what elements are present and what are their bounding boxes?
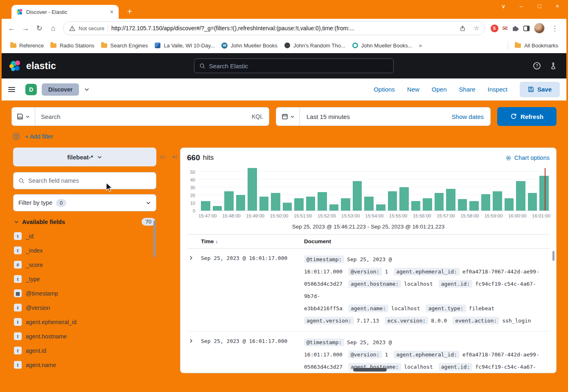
mail-extension-icon[interactable]: ✉ xyxy=(503,25,508,32)
histogram-bar[interactable] xyxy=(329,204,339,211)
bookmark-item[interactable]: John Mueller Books... xyxy=(349,40,416,50)
histogram-bar[interactable] xyxy=(364,197,374,211)
histogram-bar[interactable] xyxy=(423,198,432,211)
time-column-header[interactable]: Time ↓ xyxy=(201,238,304,244)
reload-icon[interactable]: ↻ xyxy=(33,22,46,35)
bookmark-item[interactable]: La Valle, WI 10-Day... xyxy=(151,40,218,50)
sort-descending-icon[interactable]: ↓ xyxy=(215,239,218,244)
query-input-wrap[interactable]: KQL xyxy=(35,107,269,126)
histogram-bar[interactable] xyxy=(481,194,491,211)
filter-icon[interactable] xyxy=(12,132,20,140)
histogram-bar[interactable] xyxy=(493,191,502,211)
url-text[interactable]: http://172.105.7.150/app/discover#/?_g=(… xyxy=(111,25,454,31)
histogram-bar[interactable] xyxy=(353,181,362,211)
chart-options-button[interactable]: Chart options xyxy=(505,155,550,161)
open-link[interactable]: Open xyxy=(432,86,447,93)
time-range-value[interactable]: Last 15 minutes xyxy=(300,113,350,120)
histogram-bar[interactable] xyxy=(236,195,246,211)
dev-tools-flask-icon[interactable] xyxy=(548,60,559,72)
sidebar-scrollbar[interactable] xyxy=(153,220,156,257)
histogram-bar[interactable] xyxy=(271,193,280,211)
collapse-sidebar-icon[interactable] xyxy=(171,154,178,160)
histogram-bar[interactable] xyxy=(528,193,537,211)
side-panel-icon[interactable] xyxy=(523,25,530,32)
expand-row-button[interactable] xyxy=(187,253,201,260)
histogram-bar[interactable] xyxy=(318,192,327,211)
bookmark-item[interactable]: WJohn Mueller Books xyxy=(218,40,281,50)
window-chevron-icon[interactable]: ∨ xyxy=(500,3,507,9)
histogram-bar[interactable] xyxy=(446,189,455,211)
field-item[interactable]: #_score xyxy=(13,258,156,272)
histogram-bar[interactable] xyxy=(341,198,350,211)
histogram-bar[interactable] xyxy=(516,181,525,211)
bookmarks-overflow-icon[interactable]: » xyxy=(416,42,426,49)
saved-query-menu-button[interactable] xyxy=(11,107,35,126)
options-link[interactable]: Options xyxy=(374,86,395,93)
query-input[interactable] xyxy=(41,113,248,120)
back-icon[interactable]: ← xyxy=(5,22,18,35)
field-item[interactable]: t_id xyxy=(13,229,156,243)
share-link[interactable]: Share xyxy=(459,86,476,93)
histogram-bar[interactable] xyxy=(283,203,292,211)
field-item[interactable]: t_type xyxy=(13,272,156,286)
filter-by-type[interactable]: Filter by type 0 xyxy=(13,194,156,211)
new-tab-button[interactable]: + xyxy=(124,6,135,17)
new-link[interactable]: New xyxy=(407,86,419,93)
close-icon[interactable]: × xyxy=(554,3,561,9)
share-icon[interactable] xyxy=(458,23,468,34)
tab-close-icon[interactable]: × xyxy=(108,9,115,15)
browser-menu-icon[interactable]: ⋮ xyxy=(549,24,561,33)
date-picker-menu-button[interactable] xyxy=(276,108,300,125)
elastic-logo[interactable] xyxy=(9,60,21,72)
histogram-bar[interactable] xyxy=(469,201,479,211)
bookmark-star-icon[interactable]: ☆ xyxy=(471,23,482,34)
field-search-input[interactable] xyxy=(28,177,151,184)
extensions-puzzle-icon[interactable] xyxy=(512,25,519,32)
breadcrumb[interactable]: Discover xyxy=(42,83,79,96)
histogram-bar[interactable] xyxy=(294,198,304,211)
histogram-bar[interactable] xyxy=(435,193,444,211)
forward-icon[interactable]: → xyxy=(19,22,32,35)
home-icon[interactable]: ⌂ xyxy=(47,22,60,35)
field-item[interactable]: ▦@timestamp xyxy=(13,286,156,300)
histogram-bar[interactable] xyxy=(213,206,222,211)
available-fields-header[interactable]: Available fields 70 xyxy=(14,218,156,226)
space-badge[interactable]: D xyxy=(25,84,37,95)
table-vertical-scrollbar[interactable] xyxy=(552,251,554,261)
field-item[interactable]: t_index xyxy=(13,243,156,258)
minimize-icon[interactable]: – xyxy=(518,3,525,9)
all-bookmarks[interactable]: All Bookmarks xyxy=(512,40,561,50)
show-dates-link[interactable]: Show dates xyxy=(452,113,490,120)
save-button[interactable]: Save xyxy=(520,82,560,97)
bookmark-item[interactable]: Search Engines xyxy=(98,40,151,50)
bookmark-item[interactable]: Reference xyxy=(7,40,47,50)
maximize-icon[interactable]: □ xyxy=(536,3,543,9)
global-search[interactable] xyxy=(194,58,394,73)
drag-dots-icon[interactable] xyxy=(159,154,166,160)
histogram-bar[interactable] xyxy=(201,201,210,211)
profile-avatar[interactable] xyxy=(534,23,545,34)
field-item[interactable]: t@version xyxy=(13,300,156,315)
security-label[interactable]: Not secure xyxy=(79,25,104,31)
help-icon[interactable]: ? xyxy=(531,60,543,72)
document-column-header[interactable]: Document xyxy=(304,238,550,244)
browser-tab[interactable]: Discover - Elastic × xyxy=(11,5,119,19)
data-view-selector[interactable]: filebeat-* xyxy=(13,148,156,166)
field-item[interactable]: tagent.name xyxy=(13,358,156,372)
histogram-bar[interactable] xyxy=(399,187,409,211)
field-item[interactable]: tagent.ephemeral_id xyxy=(13,315,156,329)
bookmark-item[interactable]: Radio Stations xyxy=(47,40,98,50)
extension-red-icon[interactable]: S xyxy=(491,25,498,32)
field-search[interactable] xyxy=(13,172,156,189)
histogram-bar[interactable] xyxy=(376,204,385,211)
chevron-down-icon[interactable] xyxy=(84,87,90,92)
histogram-bar[interactable] xyxy=(306,197,316,211)
address-bar[interactable]: Not secure http://172.105.7.150/app/disc… xyxy=(63,21,485,35)
refresh-button[interactable]: Refresh xyxy=(497,107,557,126)
histogram-bar[interactable] xyxy=(248,168,257,211)
global-search-input[interactable] xyxy=(209,63,388,69)
field-item[interactable]: tagent.id xyxy=(13,343,156,358)
table-horizontal-scrollbar[interactable] xyxy=(353,368,387,372)
bookmark-item[interactable]: John's Random Tho... xyxy=(281,40,349,50)
histogram-bar[interactable] xyxy=(458,199,467,211)
